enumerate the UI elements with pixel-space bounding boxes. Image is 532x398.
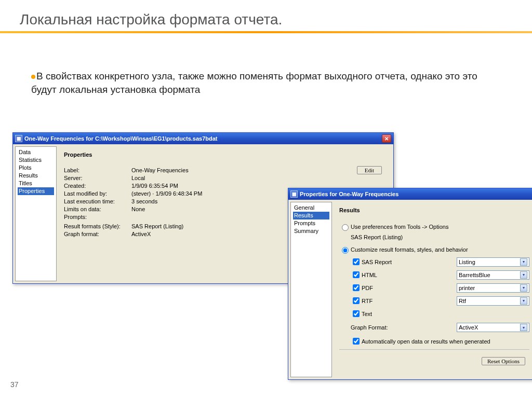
format-row-rtf: RTFRtf▾ [351, 296, 529, 306]
combo-value: ActiveX [459, 324, 478, 331]
property-row: Label:One-Way Frequencies [64, 167, 387, 173]
app-icon: ▦ [290, 190, 298, 198]
panel-heading: Results [339, 207, 529, 213]
graph-format-label: Graph Format: [351, 324, 388, 331]
property-label: Label: [64, 167, 131, 173]
format-row-pdf: PDFprinter▾ [351, 283, 529, 293]
checkbox-input[interactable] [353, 310, 360, 317]
sidebar-item-statistics[interactable]: Statistics [18, 156, 54, 164]
property-value: Local [131, 175, 387, 181]
property-label: Limits on data: [64, 206, 131, 212]
format-label: Text [362, 311, 372, 317]
close-icon[interactable]: ✕ [382, 134, 391, 143]
sidebar-item-general[interactable]: General [293, 204, 329, 212]
app-icon: ▦ [15, 135, 22, 142]
property-row: Server:Local [64, 175, 387, 181]
checkbox-label: Automatically open data or results when … [362, 338, 490, 345]
graph-format-combo[interactable]: ActiveX ▾ [457, 323, 529, 332]
combo-value: Rtf [459, 298, 466, 304]
window-titlebar[interactable]: ▦ Properties for One-Way Frequencies [288, 188, 532, 200]
checkbox-input[interactable] [353, 258, 360, 265]
format-style-combo[interactable]: printer▾ [457, 283, 529, 293]
property-value: One-Way Frequencies [131, 167, 387, 173]
format-row-html: HTMLBarrettsBlue▾ [351, 270, 529, 280]
format-style-combo[interactable]: Rtf▾ [457, 296, 529, 306]
chevron-down-icon: ▾ [520, 258, 527, 266]
chevron-down-icon: ▾ [520, 271, 527, 279]
sidebar-item-prompts[interactable]: Prompts [293, 219, 329, 227]
panel-heading: Properties [64, 152, 387, 158]
checkbox-input[interactable] [353, 271, 360, 278]
auto-open-checkbox[interactable]: Automatically open data or results when … [351, 336, 529, 346]
divider-bar [0, 31, 532, 33]
combo-value: BarrettsBlue [459, 272, 490, 278]
category-list: GeneralResultsPromptsSummary [290, 202, 332, 377]
format-row-text: Text [351, 309, 529, 319]
property-label: Created: [64, 183, 131, 189]
radio-label: Use preferences from Tools -> Options [351, 224, 448, 230]
property-label: Last modified by: [64, 190, 131, 197]
results-properties-window: ▦ Properties for One-Way Frequencies Gen… [288, 188, 532, 380]
radio-customize[interactable]: Customize result formats, styles, and be… [339, 245, 529, 254]
radio-use-prefs[interactable]: Use preferences from Tools -> Options [339, 223, 529, 231]
property-label: Result formats (Style): [64, 223, 131, 229]
radio-input[interactable] [342, 224, 349, 231]
chevron-down-icon: ▾ [520, 284, 527, 292]
edit-button[interactable]: Edit [357, 166, 382, 174]
reset-options-button[interactable]: Reset Options [482, 357, 525, 365]
body-text: В свойствах конкретного узла, также можн… [31, 71, 477, 95]
checkbox-input[interactable] [353, 297, 360, 304]
chevron-down-icon: ▾ [520, 324, 527, 331]
results-panel: Results Use preferences from Tools -> Op… [335, 202, 532, 377]
property-label: Server: [64, 175, 131, 181]
sidebar-item-titles[interactable]: Titles [18, 180, 54, 187]
sidebar-item-results[interactable]: Results [293, 212, 329, 219]
radio-label: Customize result formats, styles, and be… [351, 246, 468, 253]
property-label: Last execution time: [64, 198, 131, 204]
checkbox-input[interactable] [353, 338, 360, 345]
sidebar-item-properties[interactable]: Properties [18, 187, 54, 195]
page-number: 37 [10, 380, 19, 389]
format-label: HTML [362, 272, 377, 278]
body-paragraph: В свойствах конкретного узла, также можн… [31, 70, 501, 96]
combo-value: printer [459, 285, 475, 291]
graph-format-row: Graph Format: ActiveX ▾ [351, 323, 529, 332]
category-list: DataStatisticsPlotsResultsTitlesProperti… [15, 146, 57, 281]
checkbox-input[interactable] [353, 284, 360, 291]
sidebar-item-plots[interactable]: Plots [18, 164, 54, 172]
combo-value: Listing [459, 259, 475, 265]
format-label: SAS Report [362, 259, 392, 265]
format-style-combo[interactable]: BarrettsBlue▾ [457, 270, 529, 280]
sidebar-item-data[interactable]: Data [18, 148, 54, 156]
radio-input[interactable] [342, 247, 349, 254]
format-style-combo[interactable]: Listing▾ [457, 257, 529, 267]
format-row-sas-report: SAS ReportListing▾ [351, 257, 529, 267]
slide-title: Локальная настройка формата отчета. [20, 11, 532, 28]
bullet-icon [31, 75, 35, 79]
window-titlebar[interactable]: ▦ One-Way Frequencies for C:\Workshop\Wi… [13, 133, 393, 144]
sidebar-item-results[interactable]: Results [18, 172, 54, 180]
chevron-down-icon: ▾ [520, 297, 527, 305]
window-title-text: Properties for One-Way Frequencies [300, 191, 398, 197]
format-label: RTF [362, 298, 373, 304]
prefs-subtext: SAS Report (Listing) [351, 234, 529, 240]
window-title-text: One-Way Frequencies for C:\Workshop\Wins… [24, 135, 218, 142]
sidebar-item-summary[interactable]: Summary [293, 227, 329, 235]
format-label: PDF [362, 285, 373, 291]
property-label: Prompts: [64, 214, 131, 220]
separator [339, 349, 529, 350]
property-label: Graph format: [64, 231, 131, 237]
